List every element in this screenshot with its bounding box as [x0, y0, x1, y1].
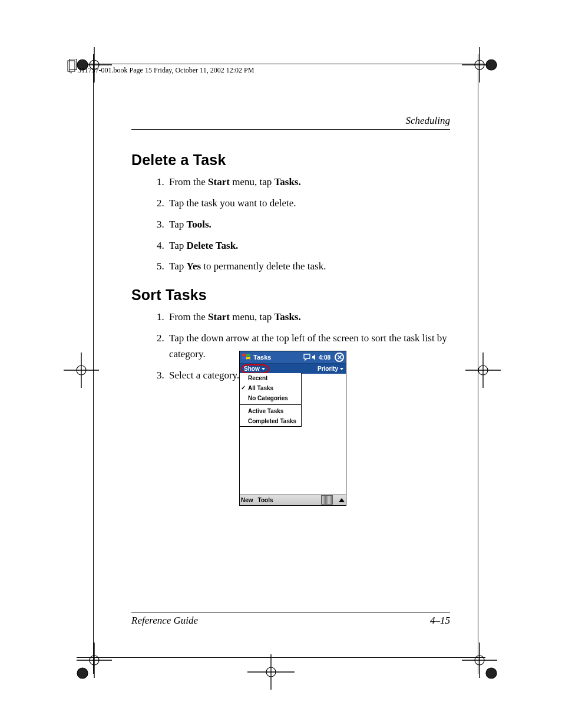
running-header: Scheduling — [131, 115, 450, 130]
cropmark-bottom-mid — [236, 648, 306, 696]
ppc-clock: 4:08 — [319, 354, 330, 361]
priority-dropdown-label: Priority — [318, 365, 338, 372]
cropmark-bottom-left — [71, 637, 118, 684]
page: 311757-001.book Page 15 Friday, October … — [0, 0, 562, 728]
menu-separator — [240, 404, 301, 405]
pocketpc-screenshot: Tasks 4:08 ✕ Show Priority — [239, 351, 346, 506]
category-menu: Recent All Tasks No Categories Active Ta… — [240, 373, 302, 427]
priority-dropdown[interactable]: Priority — [318, 365, 343, 372]
footer-page-number: 4–15 — [430, 615, 450, 627]
cropmark-bottom-right — [456, 637, 503, 684]
bookmark-icon — [66, 59, 79, 77]
menu-item-completed-tasks[interactable]: Completed Tasks — [240, 416, 301, 426]
chevron-down-icon — [340, 368, 343, 370]
sip-keyboard-icon[interactable] — [321, 495, 333, 505]
list-item: Tap Yes to permanently delete the task. — [167, 259, 449, 275]
new-button[interactable]: New — [241, 497, 253, 503]
menu-item-active-tasks[interactable]: Active Tasks — [240, 406, 301, 416]
close-icon[interactable]: ✕ — [335, 353, 344, 362]
svg-point-7 — [486, 60, 497, 70]
ppc-bottom-bar: New Tools — [240, 494, 346, 505]
crop-rule-top — [77, 64, 485, 64]
source-file-stamp: 311757-001.book Page 15 Friday, October … — [78, 66, 254, 75]
svg-point-20 — [77, 668, 88, 678]
cropmark-top-right — [456, 41, 503, 88]
cropmark-mid-right — [459, 347, 507, 394]
menu-item-recent[interactable]: Recent — [240, 373, 301, 383]
chevron-down-icon — [262, 368, 265, 370]
menu-item-all-tasks[interactable]: All Tasks — [240, 383, 301, 393]
ppc-navbar: Tasks 4:08 ✕ — [240, 351, 346, 363]
menu-item-no-categories[interactable]: No Categories — [240, 393, 301, 403]
ppc-app-title: Tasks — [253, 354, 301, 361]
list-item: From the Start menu, tap Tasks. — [167, 309, 449, 325]
list-item: Tap the task you want to delete. — [167, 196, 449, 212]
list-item: Tap Delete Task. — [167, 238, 449, 254]
list-item: Tap Tools. — [167, 217, 449, 233]
windows-flag-icon[interactable] — [242, 353, 251, 361]
delete-task-steps: From the Start menu, tap Tasks. Tap the … — [167, 174, 449, 275]
heading-sort-tasks: Sort Tasks — [131, 286, 449, 304]
page-footer: Reference Guide 4–15 — [131, 612, 450, 627]
speaker-icon[interactable] — [312, 354, 318, 361]
list-item: From the Start menu, tap Tasks. — [167, 174, 449, 190]
tools-button[interactable]: Tools — [258, 497, 273, 503]
show-dropdown-label: Show — [244, 365, 260, 372]
ppc-status-tray: 4:08 — [303, 354, 330, 361]
ppc-command-bar: Show Priority — [240, 363, 346, 374]
cropmark-mid-left — [58, 347, 105, 394]
chat-bubble-icon[interactable] — [303, 354, 310, 361]
chevron-up-icon[interactable] — [339, 498, 345, 502]
footer-doc-title: Reference Guide — [131, 615, 198, 627]
heading-delete-task: Delete a Task — [131, 151, 449, 169]
show-dropdown[interactable]: Show — [241, 364, 269, 374]
svg-point-24 — [486, 668, 497, 678]
